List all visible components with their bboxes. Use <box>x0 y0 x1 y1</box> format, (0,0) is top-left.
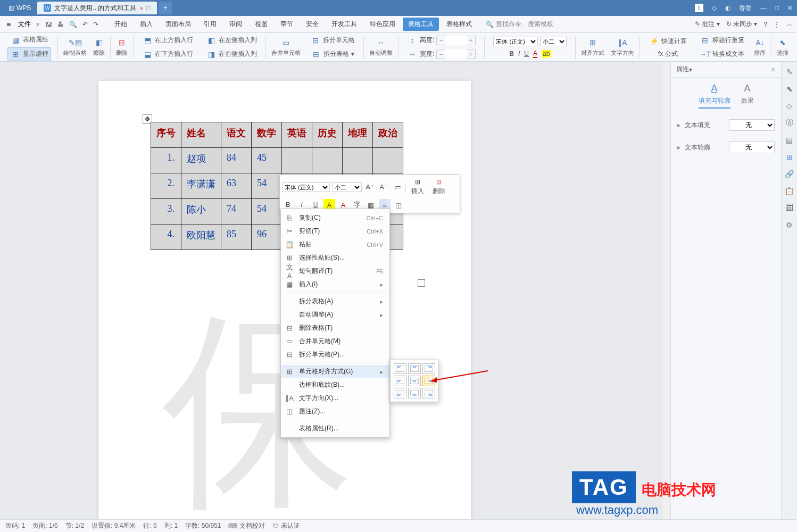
split-cell-button[interactable]: ⊟拆分单元格 <box>308 34 357 47</box>
notif-badge[interactable]: 1 <box>695 4 703 12</box>
help-icon[interactable]: ? <box>763 21 767 28</box>
tab-close-icon[interactable]: □ <box>147 4 151 12</box>
print-icon[interactable]: 🖶 <box>57 21 64 28</box>
panel-tab-effect[interactable]: A效果 <box>741 83 754 109</box>
maximize-icon[interactable]: □ <box>775 4 779 12</box>
status-page-no[interactable]: 页码: 1 <box>5 521 25 530</box>
tab-dev-tools[interactable]: 开发工具 <box>326 18 362 31</box>
mini-insert-button[interactable]: ⊞插入 <box>408 177 427 197</box>
insert-row-below-button[interactable]: ⬓在下方插入行 <box>140 48 195 61</box>
redo-icon[interactable]: ↷ <box>93 21 98 28</box>
more-icon[interactable]: ⋮ <box>774 21 780 28</box>
font-size-select[interactable]: 小二 <box>540 37 567 46</box>
font-color-button[interactable]: A <box>533 49 537 58</box>
close-icon[interactable]: ✕ <box>787 4 793 12</box>
align-middle-left[interactable] <box>394 376 406 386</box>
table-properties-button[interactable]: ▦表格属性 <box>8 34 51 46</box>
ctx-insert[interactable]: ▦插入(I)▸ <box>281 278 389 291</box>
ctx-merge-cells[interactable]: ▭合并单元格(M) <box>281 335 389 348</box>
ctx-paste[interactable]: 📋粘贴Ctrl+V <box>281 238 389 251</box>
document-tab[interactable]: W 文字是人类用...的方式和工具 ● □ <box>37 2 157 14</box>
ctx-copy[interactable]: ⎘复制(C)Ctrl+C <box>281 211 389 225</box>
show-gridlines-button[interactable]: ⊞显示虚框 <box>7 47 51 61</box>
bold-button[interactable]: B <box>509 50 514 57</box>
mini-delete-button[interactable]: ⊟删除 <box>429 177 449 197</box>
insert-col-right-button[interactable]: ◨在右侧插入列 <box>204 48 259 61</box>
convert-to-text-button[interactable]: →T转换成文本 <box>698 48 746 61</box>
tab-review[interactable]: 审阅 <box>224 18 247 31</box>
bullets-icon[interactable]: ≔ <box>392 181 403 193</box>
status-proof[interactable]: ⌨ 文档校对 <box>228 521 265 530</box>
tab-security[interactable]: 安全 <box>301 18 324 31</box>
tab-table-tools[interactable]: 表格工具 <box>403 18 439 31</box>
ctx-paste-special[interactable]: ⊞选择性粘贴(S)... <box>281 251 389 264</box>
highlight-button[interactable]: ab <box>542 50 551 57</box>
delete-button[interactable]: ⊟删除 <box>114 36 130 58</box>
align-top-right[interactable] <box>422 363 435 374</box>
split-table-button[interactable]: ⊟拆分表格 ▾ <box>309 48 356 61</box>
italic-button[interactable]: I <box>518 50 520 57</box>
ctx-cut[interactable]: ✂剪切(T)Ctrl+X <box>281 225 389 238</box>
text-outline-row[interactable]: ▸文本轮廓无 <box>671 136 781 159</box>
repeat-header-button[interactable]: ⊟标题行重复 <box>698 34 746 47</box>
status-words[interactable]: 字数: 50/951 <box>185 521 221 530</box>
tab-page-layout[interactable]: 页面布局 <box>160 18 196 31</box>
tab-chapter[interactable]: 章节 <box>275 18 298 31</box>
ctx-autofit[interactable]: 自动调整(A)▸ <box>281 308 389 321</box>
grow-font-icon[interactable]: A⁺ <box>364 181 376 193</box>
ctx-text-direction[interactable]: ∥A文字方向(X)... <box>281 392 389 405</box>
side-link-icon[interactable]: 🔗 <box>785 169 794 179</box>
ctx-split-cells[interactable]: ⊟拆分单元格(P)... <box>281 348 389 361</box>
align-top-left[interactable] <box>394 363 406 374</box>
side-clipboard-icon[interactable]: 📋 <box>785 186 794 196</box>
mini-shading-icon[interactable]: ◫ <box>393 199 404 211</box>
ctx-borders[interactable]: 边框和底纹(B)... <box>281 378 389 392</box>
align-middle-center[interactable] <box>408 376 421 386</box>
side-settings-icon[interactable]: ⚙ <box>785 220 794 230</box>
sort-button[interactable]: A↓排序 <box>752 36 768 58</box>
select-button[interactable]: ⬉选择 <box>775 36 791 58</box>
tab-insert[interactable]: 插入 <box>135 18 158 31</box>
tab-start[interactable]: 开始 <box>109 18 132 31</box>
sync-button[interactable]: ↻ 未同步 ▾ <box>726 20 758 29</box>
ctx-cell-alignment[interactable]: ⊞单元格对齐方式(G)▸ <box>281 365 389 378</box>
text-direction-button[interactable]: ∥A文字方向 <box>609 36 636 58</box>
align-button[interactable]: ⊞对齐方式 <box>579 36 607 58</box>
shrink-font-icon[interactable]: A⁻ <box>378 181 389 193</box>
align-bottom-left[interactable] <box>394 388 406 398</box>
side-image-icon[interactable]: 🖼 <box>785 203 794 213</box>
align-bottom-center[interactable] <box>408 388 421 398</box>
col-width[interactable]: ↔宽度:−+ <box>405 48 478 61</box>
vertical-scrollbar[interactable] <box>663 62 670 519</box>
ctx-table-properties[interactable]: 表格属性(R)... <box>281 422 389 435</box>
merge-cells-button[interactable]: ▭合并单元格 <box>269 36 303 58</box>
user-avatar-icon[interactable]: ◐ <box>725 4 730 12</box>
status-page[interactable]: 页面: 1/6 <box>32 521 57 530</box>
eraser-button[interactable]: ◧擦除 <box>91 36 107 58</box>
panel-tab-fill[interactable]: A填充与轮廓 <box>699 83 730 109</box>
insert-col-left-button[interactable]: ◧在左侧插入列 <box>204 34 259 47</box>
ctx-delete-table[interactable]: ⊟删除表格(T) <box>281 321 389 335</box>
autofit-button[interactable]: ↔自动调整 <box>367 36 395 58</box>
align-bottom-right[interactable] <box>422 388 435 398</box>
new-tab-button[interactable]: + <box>159 2 172 14</box>
mini-font-select[interactable]: 宋体 (正文) <box>282 182 330 192</box>
tab-table-style[interactable]: 表格样式 <box>441 18 477 31</box>
save-icon[interactable]: 🖫 <box>46 21 52 28</box>
text-fill-row[interactable]: ▸文本填充无 <box>671 114 781 136</box>
quick-calc-button[interactable]: ⚡快速计算 <box>646 35 689 47</box>
command-search[interactable]: 🔍 查找命令、搜索模板 <box>486 20 553 29</box>
side-shape-icon[interactable]: ◇ <box>785 101 794 111</box>
side-nav-icon[interactable]: ▤ <box>785 135 794 145</box>
font-select[interactable]: 宋体 (正文) <box>493 37 538 46</box>
ctx-translate[interactable]: 文A短句翻译(T)F6 <box>281 264 389 278</box>
skin-icon[interactable]: ◇ <box>712 4 717 12</box>
tab-special[interactable]: 特色应用 <box>364 18 401 31</box>
minimize-icon[interactable]: — <box>760 4 767 12</box>
collapse-ribbon-icon[interactable]: ︿ <box>786 20 793 29</box>
file-menu[interactable]: 文件 <box>15 20 34 29</box>
preview-icon[interactable]: 🔍 <box>69 21 77 28</box>
table-resize-handle[interactable] <box>418 279 425 287</box>
side-properties-icon[interactable]: ⊞ <box>785 152 794 162</box>
draw-table-button[interactable]: ✎▦绘制表格 <box>61 36 89 58</box>
